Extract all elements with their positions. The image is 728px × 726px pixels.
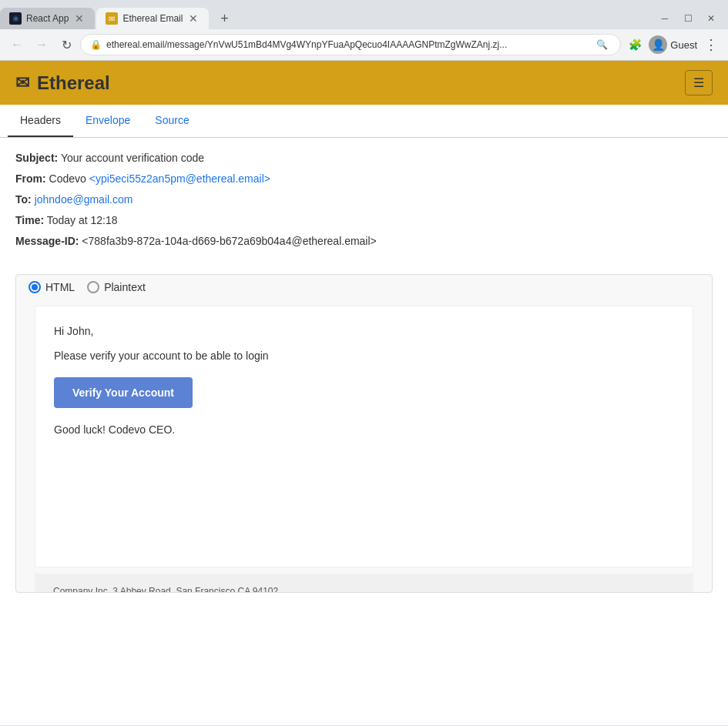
page-content: ✉ Ethereal ☰ Headers Envelope Source Sub… (0, 61, 728, 725)
email-body-text: Please verify your account to be able to… (54, 350, 674, 362)
subject-value: Your account verification code (61, 152, 204, 164)
reload-button[interactable]: ↻ (55, 34, 77, 55)
tab-headers[interactable]: Headers (8, 105, 73, 137)
html-radio-circle (29, 281, 41, 293)
tab-react-title: React App (26, 13, 69, 24)
close-button[interactable]: ✕ (700, 8, 722, 29)
email-greeting: Hi John, (54, 325, 674, 337)
email-sign: Good luck! Codevo CEO. (54, 423, 674, 436)
tab-ethereal[interactable]: ✉ Ethereal Email ✕ (96, 8, 209, 29)
address-bar: ← → ↻ 🔒 ethereal.email/message/YnVwU51mB… (0, 29, 728, 61)
message-tabs: Headers Envelope Source (0, 105, 728, 138)
plaintext-radio[interactable]: Plaintext (87, 281, 146, 293)
time-value: Today at 12:18 (47, 214, 118, 226)
ethereal-favicon: ✉ (106, 12, 118, 25)
forward-button[interactable]: → (31, 34, 52, 55)
back-button[interactable]: ← (6, 34, 28, 55)
to-label: To: (15, 193, 32, 206)
headers-section: Subject: Your account verification code … (0, 138, 728, 266)
from-name: Codevo (49, 172, 89, 185)
window-controls: ─ ☐ ✕ (654, 8, 728, 29)
address-text: ethereal.email/message/YnVwU51mBd4MVg4WY… (106, 39, 588, 50)
tab-ethereal-close[interactable]: ✕ (187, 12, 200, 25)
html-label: HTML (45, 281, 75, 293)
brand-icon: ✉ (15, 73, 29, 93)
msgid-row: Message-ID: <788fa3b9-872a-104a-d669-b67… (15, 233, 713, 249)
email-body-scroll[interactable]: Hi John, Please verify your account to b… (16, 299, 712, 592)
time-label: Time: (15, 214, 44, 226)
email-footer: Company Inc, 3 Abbey Road, San Francisco… (35, 574, 693, 592)
tab-react[interactable]: ⚛ React App ✕ (0, 8, 95, 29)
tab-bar: ⚛ React App ✕ ✉ Ethereal Email ✕ + ─ ☐ ✕ (0, 0, 728, 29)
msgid-label: Message-ID: (15, 235, 79, 247)
preview-tabs: HTML Plaintext (16, 275, 712, 299)
brand: ✉ Ethereal (15, 72, 110, 94)
more-options-button[interactable]: ⋮ (700, 34, 722, 55)
profile-label: Guest (670, 39, 697, 51)
tab-envelope[interactable]: Envelope (73, 105, 143, 137)
email-content: Hi John, Please verify your account to b… (35, 306, 693, 567)
email-body-wrapper: Hi John, Please verify your account to b… (16, 299, 712, 592)
brand-name: Ethereal (37, 72, 110, 94)
subject-label: Subject: (15, 152, 58, 164)
browser-window: ⚛ React App ✕ ✉ Ethereal Email ✕ + ─ ☐ ✕… (0, 0, 728, 726)
maximize-button[interactable]: ☐ (677, 8, 699, 29)
footer-address: Company Inc, 3 Abbey Road, San Francisco… (53, 586, 675, 592)
from-label: From: (15, 172, 46, 185)
ethereal-navbar: ✉ Ethereal ☰ (0, 61, 728, 105)
tab-source[interactable]: Source (143, 105, 201, 137)
address-input[interactable]: 🔒 ethereal.email/message/YnVwU51mBd4MVg4… (80, 34, 621, 55)
to-email[interactable]: johndoe@gmail.com (35, 193, 133, 206)
to-row: To: johndoe@gmail.com (15, 192, 713, 208)
subject-row: Subject: Your account verification code (15, 150, 713, 166)
from-email[interactable]: <ypi5eci55z2an5pm@ethereal.email> (89, 172, 270, 185)
tab-react-close[interactable]: ✕ (73, 12, 86, 25)
email-preview-container: HTML Plaintext Hi John, Please verify yo… (15, 274, 713, 593)
new-tab-button[interactable]: + (213, 8, 235, 29)
minimize-button[interactable]: ─ (654, 8, 676, 29)
from-row: From: Codevo <ypi5eci55z2an5pm@ethereal.… (15, 171, 713, 187)
lock-icon: 🔒 (90, 39, 102, 50)
html-radio[interactable]: HTML (29, 281, 75, 293)
profile-area: 👤 Guest (649, 35, 697, 54)
plaintext-label: Plaintext (104, 281, 146, 293)
plaintext-radio-circle (87, 281, 99, 293)
msgid-value: <788fa3b9-872a-104a-d669-b672a69b04a4@et… (82, 235, 376, 247)
profile-icon[interactable]: 👤 (649, 35, 667, 54)
time-row: Time: Today at 12:18 (15, 212, 713, 229)
tab-ethereal-title: Ethereal Email (122, 13, 183, 24)
bookmark-icon[interactable]: 🔍 (592, 35, 611, 54)
react-favicon: ⚛ (9, 12, 22, 25)
verify-account-button[interactable]: Verify Your Account (54, 377, 193, 408)
hamburger-button[interactable]: ☰ (685, 70, 713, 95)
extensions-icon[interactable]: 🧩 (624, 34, 646, 55)
